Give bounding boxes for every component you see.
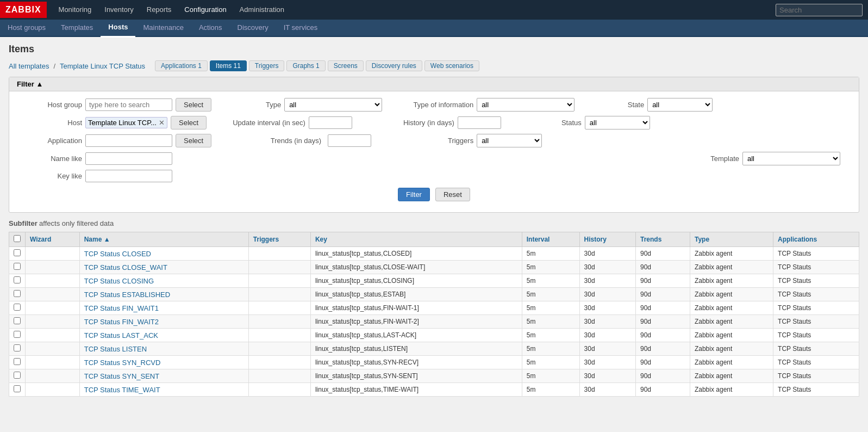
tab-triggers[interactable]: Triggers — [249, 60, 285, 71]
item-name-link[interactable]: TCP Status FIN_WAIT2 — [84, 318, 159, 326]
row-checkbox[interactable] — [14, 344, 21, 351]
col-interval[interactable]: Interval — [522, 232, 579, 247]
row-key: linux_status[tcp_status,LISTEN] — [310, 342, 522, 356]
row-wizard — [26, 247, 80, 261]
row-applications: TCP Stauts — [773, 261, 859, 274]
row-key: linux_status[tcp_status,CLOSING] — [310, 274, 522, 288]
item-name-link[interactable]: TCP Status CLOSING — [84, 277, 154, 285]
row-interval: 5m — [522, 329, 579, 342]
row-type: Zabbix agent — [690, 261, 773, 274]
trends-input[interactable] — [328, 134, 371, 147]
host-tag-remove[interactable]: ✕ — [159, 119, 165, 127]
row-checkbox[interactable] — [14, 317, 21, 324]
triggers-select[interactable]: all — [477, 134, 542, 147]
item-name-link[interactable]: TCP Status LISTEN — [84, 345, 147, 353]
table-row: TCP Status CLOSING linux_status[tcp_stat… — [9, 274, 859, 288]
nav-administration[interactable]: Administration — [233, 0, 291, 20]
table-row: TCP Status ESTABLISHED linux_status[tcp_… — [9, 288, 859, 301]
subnav-templates[interactable]: Templates — [53, 19, 101, 36]
col-name[interactable]: Name ▲ — [79, 232, 248, 247]
breadcrumb-all-templates[interactable]: All templates — [9, 62, 49, 70]
row-name: TCP Status CLOSED — [79, 247, 248, 261]
tab-graphs[interactable]: Graphs 1 — [286, 60, 325, 71]
nav-reports[interactable]: Reports — [140, 0, 178, 20]
tab-screens[interactable]: Screens — [328, 60, 364, 71]
tab-web-scenarios[interactable]: Web scenarios — [424, 60, 479, 71]
nav-monitoring[interactable]: Monitoring — [52, 0, 98, 20]
state-select[interactable]: all — [647, 98, 713, 112]
history-input[interactable] — [458, 116, 501, 129]
row-triggers — [248, 301, 310, 315]
row-checkbox[interactable] — [14, 358, 21, 365]
item-name-link[interactable]: TCP Status SYN_RCVD — [84, 359, 161, 367]
row-checkbox[interactable] — [14, 372, 21, 379]
row-trends: 90d — [636, 356, 690, 369]
breadcrumb-template[interactable]: Template Linux TCP Status — [60, 62, 145, 70]
reset-button[interactable]: Reset — [435, 188, 470, 201]
nav-configuration[interactable]: Configuration — [178, 0, 233, 20]
host-tag: Template Linux TCP... ✕ — [85, 117, 167, 128]
row-checkbox[interactable] — [14, 304, 21, 311]
subnav-discovery[interactable]: Discovery — [230, 19, 276, 36]
filter-group-template: Template all — [674, 152, 840, 165]
subfilter-label: Subfilter — [9, 219, 38, 227]
select-all-checkbox[interactable] — [14, 235, 21, 242]
row-checkbox[interactable] — [14, 276, 21, 283]
row-checkbox-cell — [9, 301, 26, 315]
host-group-input[interactable] — [85, 98, 172, 111]
template-select[interactable]: all — [742, 152, 840, 165]
item-name-link[interactable]: TCP Status TIME_WAIT — [84, 386, 160, 394]
filter-title: Filter ▲ — [17, 80, 43, 88]
key-like-input[interactable] — [85, 170, 172, 182]
col-history[interactable]: History — [579, 232, 635, 247]
application-input[interactable] — [85, 134, 172, 147]
application-select-button[interactable]: Select — [176, 134, 211, 147]
name-like-input[interactable] — [85, 152, 172, 165]
item-name-link[interactable]: TCP Status LAST_ACK — [84, 331, 158, 340]
subnav-hostgroups[interactable]: Host groups — [0, 19, 53, 36]
host-group-select-button[interactable]: Select — [176, 98, 211, 112]
status-select[interactable]: all — [585, 116, 650, 129]
col-trends[interactable]: Trends — [636, 232, 690, 247]
row-checkbox[interactable] — [14, 249, 21, 256]
row-checkbox[interactable] — [14, 385, 21, 392]
row-key: linux_status[tcp_status,SYN-SENT] — [310, 369, 522, 383]
update-interval-input[interactable] — [309, 116, 352, 129]
item-name-link[interactable]: TCP Status FIN_WAIT1 — [84, 304, 159, 312]
item-name-link[interactable]: TCP Status ESTABLISHED — [84, 291, 170, 299]
subnav-itservices[interactable]: IT services — [276, 19, 326, 36]
subnav-actions[interactable]: Actions — [191, 19, 230, 36]
tab-items[interactable]: Items 11 — [210, 60, 247, 71]
filter-row-4: Name like Template all — [17, 152, 851, 165]
row-checkbox[interactable] — [14, 290, 21, 297]
row-name: TCP Status FIN_WAIT2 — [79, 315, 248, 329]
type-of-info-select[interactable]: all — [477, 98, 574, 112]
row-applications: TCP Stauts — [773, 274, 859, 288]
breadcrumb-separator: / — [53, 62, 55, 70]
item-name-link[interactable]: TCP Status SYN_SENT — [84, 372, 159, 380]
col-key[interactable]: Key — [310, 232, 522, 247]
item-name-link[interactable]: TCP Status CLOSED — [84, 250, 151, 258]
tab-discovery-rules[interactable]: Discovery rules — [366, 60, 422, 71]
tab-applications[interactable]: Applications 1 — [155, 60, 208, 71]
row-history: 30d — [579, 288, 635, 301]
item-name-link[interactable]: TCP Status CLOSE_WAIT — [84, 263, 167, 271]
row-checkbox[interactable] — [14, 263, 21, 270]
row-name: TCP Status CLOSE_WAIT — [79, 261, 248, 274]
subnav-maintenance[interactable]: Maintenance — [135, 19, 191, 36]
row-checkbox[interactable] — [14, 331, 21, 338]
subnav-hosts[interactable]: Hosts — [101, 18, 135, 38]
type-select[interactable]: all Zabbix agent — [284, 98, 382, 112]
row-triggers — [248, 342, 310, 356]
col-type[interactable]: Type — [690, 232, 773, 247]
filter-header[interactable]: Filter ▲ — [9, 77, 859, 91]
nav-inventory[interactable]: Inventory — [98, 0, 140, 20]
row-triggers — [248, 329, 310, 342]
table-row: TCP Status LISTEN linux_status[tcp_statu… — [9, 342, 859, 356]
row-history: 30d — [579, 342, 635, 356]
search-input[interactable] — [776, 4, 863, 16]
status-label: Status — [538, 119, 582, 127]
host-select-button[interactable]: Select — [171, 116, 207, 129]
row-checkbox-cell — [9, 383, 26, 397]
filter-button[interactable]: Filter — [398, 188, 430, 201]
